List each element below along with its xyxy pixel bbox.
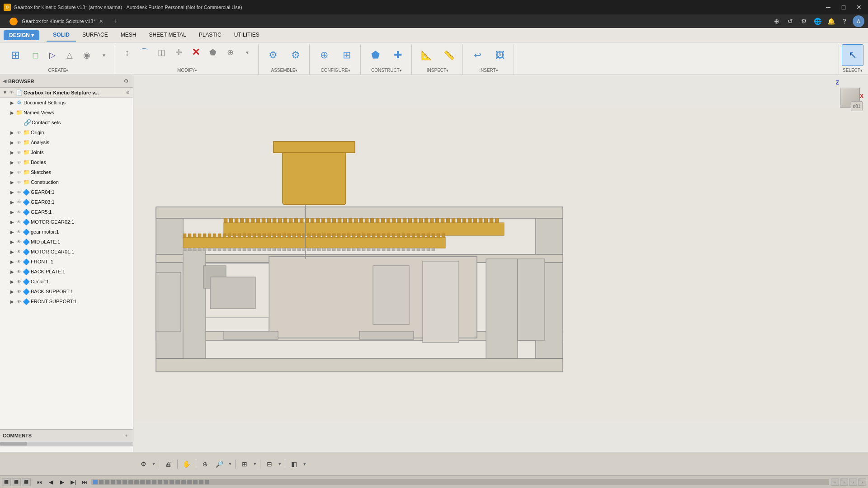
extra-tool-2[interactable]: ▪ <box>840 479 848 486</box>
tree-item-gear04[interactable]: ▶ 👁 🔷 GEAR04:1 <box>0 187 133 197</box>
browser-collapse-btn[interactable]: ◀ <box>3 78 6 84</box>
extrude-button[interactable]: ▷ <box>44 47 61 63</box>
design-menu-button[interactable]: DESIGN ▾ <box>4 30 39 40</box>
tree-item-contact-sets[interactable]: 🔗 Contact: sets <box>0 117 133 127</box>
plus-icon-btn[interactable]: ⊕ <box>771 16 782 27</box>
timeline-marker-18[interactable] <box>199 480 203 484</box>
joint-button[interactable]: ⚙ <box>262 44 284 66</box>
extra-tool-3[interactable]: ▪ <box>849 479 857 486</box>
circuit-expand[interactable]: ▶ <box>9 278 15 285</box>
timeline-marker-9[interactable] <box>146 480 151 484</box>
timeline-marker-8[interactable] <box>140 480 145 484</box>
extra-tool-1[interactable]: ▪ <box>831 479 839 486</box>
timeline-marker-7[interactable] <box>134 480 139 484</box>
timeline-marker-19[interactable] <box>205 480 209 484</box>
timeline-marker-1[interactable] <box>99 480 104 484</box>
select-button[interactable]: ↖ <box>842 44 863 66</box>
new-component-button[interactable]: ⊞ <box>5 44 26 66</box>
fillet-button[interactable]: ⌒ <box>136 44 152 61</box>
midplate-expand[interactable]: ▶ <box>9 239 15 245</box>
display-mode-btn[interactable]: ⊞ <box>238 458 251 470</box>
asbuilt-joint-button[interactable]: ⚙ <box>285 44 307 66</box>
timeline-marker-15[interactable] <box>181 480 186 484</box>
tree-item-backsupport[interactable]: ▶ 👁 🔷 BACK SUPPORT:1 <box>0 286 133 296</box>
timeline-marker-10[interactable] <box>152 480 156 484</box>
scale-button[interactable]: ⬟ <box>205 44 221 61</box>
bodies-expand[interactable]: ▶ <box>9 159 15 165</box>
timeline-marker-17[interactable] <box>193 480 198 484</box>
doc-tab[interactable]: 🟠 Gearbox for Kinetic Sclpture v13* ✕ <box>4 14 108 28</box>
tree-item-analysis[interactable]: ▶ 👁 📁 Analysis <box>0 137 133 147</box>
origin-expand[interactable]: ▶ <box>9 129 15 136</box>
viewport[interactable]: Z X d01 <box>133 75 868 452</box>
timeline-last-btn[interactable]: ⏭ <box>80 477 90 487</box>
motorgear02-expand[interactable]: ▶ <box>9 219 15 225</box>
backsupport-eye-icon[interactable]: 👁 <box>15 288 23 295</box>
gear04-expand[interactable]: ▶ <box>9 189 15 195</box>
scrollbar-thumb[interactable] <box>0 442 27 446</box>
measure-button[interactable]: 📐 <box>415 44 437 66</box>
tree-item-backplate[interactable]: ▶ 👁 🔷 BACK PLATE:1 <box>0 267 133 277</box>
tab-utilities[interactable]: UTILITIES <box>228 29 266 42</box>
canvas-button[interactable]: 🖼 <box>489 44 511 66</box>
named-views-expand[interactable]: ▶ <box>9 109 15 116</box>
grid-btn[interactable]: ⊟ <box>263 458 276 470</box>
sphere-button[interactable]: ◉ <box>79 47 95 63</box>
sketches-expand[interactable]: ▶ <box>9 169 15 175</box>
tree-item-sketches[interactable]: ▶ 👁 📁 Sketches <box>0 167 133 177</box>
construction-eye-icon[interactable]: 👁 <box>15 178 23 186</box>
tree-item-joints[interactable]: ▶ 👁 📁 Joints <box>0 147 133 157</box>
environment-btn[interactable]: ◧ <box>288 458 301 470</box>
create-more-button[interactable]: ▼ <box>96 47 112 63</box>
maximize-button[interactable]: □ <box>838 3 849 12</box>
timeline-marker-11[interactable] <box>158 480 162 484</box>
tree-item-bodies[interactable]: ▶ 👁 📁 Bodies <box>0 157 133 167</box>
tab-surface[interactable]: SURFACE <box>76 29 114 42</box>
gearmotor-expand[interactable]: ▶ <box>9 229 15 235</box>
comments-scrollbar[interactable] <box>0 442 133 446</box>
delete-button[interactable]: ✕ <box>188 44 204 61</box>
tree-item-front1[interactable]: ▶ 👁 🔷 FRONT :1 <box>0 257 133 267</box>
tree-item-named-views[interactable]: ▶ 📁 Named Views <box>0 108 133 117</box>
minimize-button[interactable]: ─ <box>823 3 834 12</box>
backplate-eye-icon[interactable]: 👁 <box>15 268 23 275</box>
gear03-expand[interactable]: ▶ <box>9 199 15 205</box>
timeline-icon-2[interactable]: ⬛ <box>12 478 21 486</box>
close-button[interactable]: ✕ <box>854 3 864 12</box>
root-settings-icon[interactable]: ⚙ <box>124 89 131 96</box>
revolve-button[interactable]: △ <box>61 47 78 63</box>
sketches-eye-icon[interactable]: 👁 <box>15 169 23 176</box>
comments-add-btn[interactable]: + <box>122 432 130 440</box>
origin-eye-icon[interactable]: 👁 <box>15 129 23 136</box>
tree-item-gearmotor[interactable]: ▶ 👁 🔷 gear motor:1 <box>0 227 133 237</box>
orbit-settings-btn[interactable]: ⚙ <box>137 458 150 470</box>
tree-item-midplate[interactable]: ▶ 👁 🔷 MID pLATE:1 <box>0 237 133 247</box>
sync-icon-btn[interactable]: ↺ <box>785 16 796 27</box>
midplate-eye-icon[interactable]: 👁 <box>15 238 23 245</box>
gear5-eye-icon[interactable]: 👁 <box>15 208 23 216</box>
joints-eye-icon[interactable]: 👁 <box>15 149 23 156</box>
gearmotor-eye-icon[interactable]: 👁 <box>15 228 23 235</box>
shell-button[interactable]: ◫ <box>153 44 170 61</box>
front1-eye-icon[interactable]: 👁 <box>15 258 23 265</box>
timeline-track[interactable] <box>91 479 829 485</box>
construct-axis-button[interactable]: ✚ <box>387 44 409 66</box>
timeline-prev-btn[interactable]: ◀ <box>46 477 56 487</box>
motorgear01-expand[interactable]: ▶ <box>9 249 15 255</box>
browser-settings-btn[interactable]: ⚙ <box>122 77 130 85</box>
joints-expand[interactable]: ▶ <box>9 149 15 155</box>
backsupport-expand[interactable]: ▶ <box>9 288 15 295</box>
tab-sheet-metal[interactable]: SHEET METAL <box>142 29 192 42</box>
combine-button[interactable]: ⊕ <box>222 44 238 61</box>
frontsupport-expand[interactable]: ▶ <box>9 298 15 305</box>
timeline-marker-3[interactable] <box>111 480 115 484</box>
tree-item-motorgear02[interactable]: ▶ 👁 🔷 MOTOR GEAR02:1 <box>0 217 133 227</box>
zoom-btn[interactable]: 🔎 <box>213 458 226 470</box>
modify-more-button[interactable]: ▼ <box>239 44 255 61</box>
root-expand-icon[interactable]: ▼ <box>2 89 8 96</box>
view-d01-btn[interactable]: d01 <box>851 101 863 111</box>
timeline-marker-active[interactable] <box>93 480 98 484</box>
frontsupport-eye-icon[interactable]: 👁 <box>15 298 23 305</box>
extra-tool-4[interactable]: ▪ <box>858 479 866 486</box>
tab-mesh[interactable]: MESH <box>114 29 143 42</box>
